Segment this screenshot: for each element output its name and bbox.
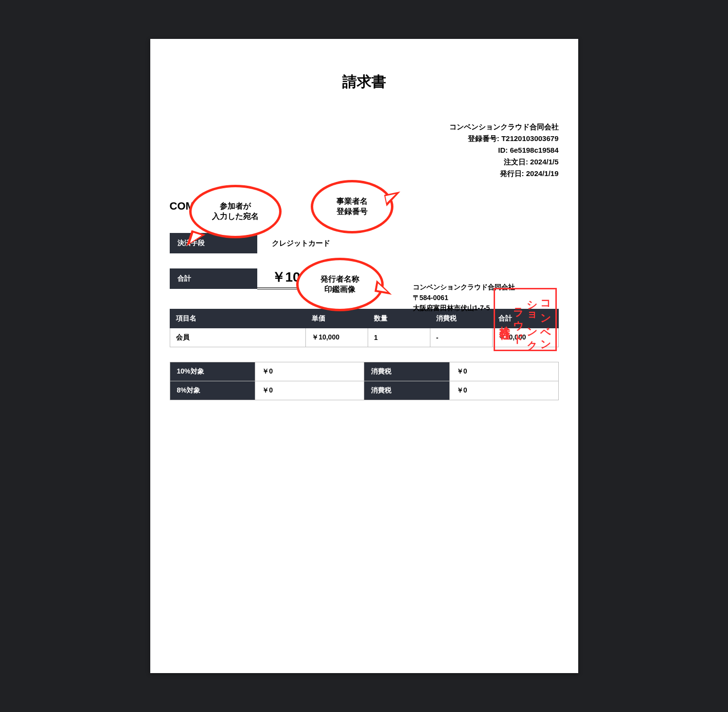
annotation-bubble-recipient: 参加者が 入力した宛名 bbox=[189, 185, 282, 238]
registration-label: 登録番号 bbox=[468, 134, 497, 142]
registration-line: 登録番号: T2120103003679 bbox=[170, 133, 559, 144]
id-label: ID bbox=[498, 146, 505, 154]
id-line: ID: 6e5198c19584 bbox=[170, 144, 559, 156]
order-date-value: 2024/1/5 bbox=[530, 158, 558, 166]
invoice-page: 請求書 コンベンションクラウド合同会社 登録番号: T2120103003679… bbox=[150, 39, 578, 673]
cell-quantity: 1 bbox=[368, 328, 430, 347]
tax-8-base: ￥0 bbox=[255, 381, 364, 400]
tax-10-tax-value: ￥0 bbox=[449, 362, 558, 381]
payment-method-value: クレジットカード bbox=[257, 239, 330, 248]
col-unit-price: 単価 bbox=[306, 309, 368, 328]
tax-8-label: 8%対象 bbox=[170, 381, 255, 400]
issuer-company: コンベンションクラウド合同会社 bbox=[170, 121, 559, 133]
annotation-text: 発行者名称 印鑑画像 bbox=[320, 274, 359, 295]
order-date-label: 注文日 bbox=[504, 158, 526, 166]
issue-date-label: 発行日 bbox=[500, 169, 522, 178]
issue-date-line: 発行日: 2024/1/19 bbox=[170, 168, 559, 179]
stamp-col-2: ションク bbox=[527, 293, 537, 346]
order-date-line: 注文日: 2024/1/5 bbox=[170, 156, 559, 168]
cell-unit-price: ￥10,000 bbox=[306, 328, 368, 347]
annotation-text: 参加者が 入力した宛名 bbox=[212, 201, 259, 222]
total-label: 合計 bbox=[170, 268, 257, 289]
annotation-bubble-business: 事業者名 登録番号 bbox=[311, 180, 393, 233]
stamp-col-4: 株式会社 bbox=[499, 318, 510, 321]
tax-8-tax-label: 消費税 bbox=[364, 381, 449, 400]
col-item-name: 項目名 bbox=[170, 309, 306, 328]
tax-summary-table: 10%対象 ￥0 消費税 ￥0 8%対象 ￥0 消費税 ￥0 bbox=[170, 362, 559, 400]
issuer-block: コンベンションクラウド合同会社 〒584-0061 大阪府富田林市伏山1-7-5… bbox=[413, 282, 559, 314]
annotation-text: 事業者名 登録番号 bbox=[337, 196, 368, 217]
tax-10-label: 10%対象 bbox=[170, 362, 255, 381]
issuer-header-info: コンベンションクラウド合同会社 登録番号: T2120103003679 ID:… bbox=[170, 121, 559, 179]
tax-row-10: 10%対象 ￥0 消費税 ￥0 bbox=[170, 362, 558, 381]
tax-10-tax-label: 消費税 bbox=[364, 362, 449, 381]
registration-no: T2120103003679 bbox=[501, 134, 559, 142]
tax-row-8: 8%対象 ￥0 消費税 ￥0 bbox=[170, 381, 558, 400]
stamp-col-1: コンベン bbox=[540, 293, 551, 346]
document-title: 請求書 bbox=[170, 72, 559, 92]
cell-item-name: 会員 bbox=[170, 328, 306, 347]
id-value: 6e5198c19584 bbox=[510, 146, 558, 154]
tax-8-tax-value: ￥0 bbox=[449, 381, 558, 400]
annotation-bubble-issuer: 発行者名称 印鑑画像 bbox=[296, 258, 384, 311]
seal-stamp-icon: 株式会社 ラウド ションク コンベン bbox=[494, 288, 557, 351]
cell-tax: - bbox=[430, 328, 492, 347]
stamp-col-3: ラウド bbox=[513, 300, 524, 339]
tax-10-base: ￥0 bbox=[255, 362, 364, 381]
issue-date-value: 2024/1/19 bbox=[526, 169, 559, 178]
bubble-tail-icon bbox=[374, 280, 394, 295]
